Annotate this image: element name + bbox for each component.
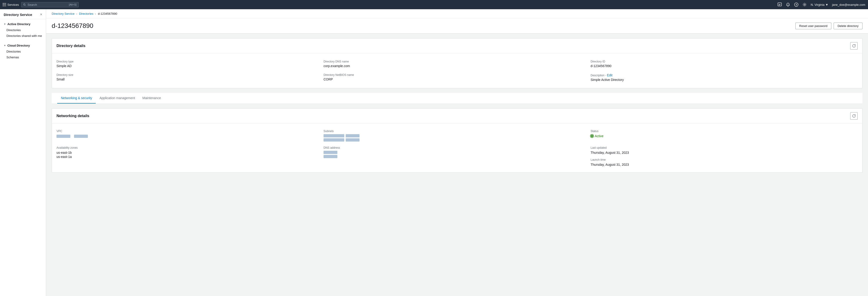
networking-details-card-header: Networking details: [52, 108, 862, 124]
grid-icon: [3, 3, 6, 6]
search-shortcut: [Alt+S]: [69, 3, 76, 6]
search-icon: [23, 3, 26, 6]
tab-networking[interactable]: Networking & security: [57, 93, 96, 103]
detail-type-label: Directory type: [57, 60, 319, 63]
services-label: Services: [7, 3, 19, 6]
sidebar-item-ad-shared-directories[interactable]: Directories shared with me: [0, 33, 46, 39]
net-vpc-label: VPC: [57, 130, 319, 133]
page-title: d-1234567890: [52, 22, 93, 30]
description-edit-link[interactable]: Edit: [607, 73, 613, 77]
detail-netbios-label: Directory NetBIOS name: [323, 73, 586, 76]
refresh-icon: [852, 44, 856, 47]
net-dns-address-label: DNS address: [323, 146, 586, 150]
header-actions: Reset user password Delete directory: [795, 23, 863, 29]
net-last-updated: Last updated Thursday, August 31, 2023: [591, 146, 858, 155]
subnet-1-redacted: [323, 134, 344, 137]
net-vpc-section: VPC: [57, 127, 323, 144]
directory-details-refresh-button[interactable]: [850, 42, 858, 50]
tab-maintenance[interactable]: Maintenance: [139, 93, 165, 103]
sidebar-header: Directory Service ×: [0, 9, 46, 19]
detail-description-value: Simple Active Directory: [591, 78, 853, 81]
directory-details-card-header: Directory details: [52, 38, 862, 54]
svg-point-7: [804, 4, 805, 5]
sidebar-section-cloud-directory: ▼ Cloud Directory Directories Schemas: [0, 40, 46, 62]
net-last-updated-label: Last updated: [591, 146, 858, 150]
detail-dns-label: Directory DNS name: [323, 60, 586, 63]
sidebar-item-cd-schemas[interactable]: Schemas: [0, 55, 46, 60]
net-launch-time-value: Thursday, August 31, 2023: [591, 163, 858, 166]
breadcrumb-separator-2: ›: [95, 12, 96, 15]
page-header: d-1234567890 Reset user password Delete …: [46, 19, 868, 33]
detail-netbios: Directory NetBIOS name CORP: [323, 70, 591, 85]
sidebar-section-active-directory: ▼ Active Directory Directories Directori…: [0, 19, 46, 40]
net-az-label: Availability zones: [57, 146, 319, 150]
settings-icon[interactable]: [802, 2, 807, 7]
svg-text:?: ?: [796, 3, 797, 6]
net-status-label: Status: [591, 130, 858, 133]
delete-directory-button[interactable]: Delete directory: [834, 23, 863, 29]
net-subnets-value: [323, 134, 586, 141]
net-vpc-value: [57, 134, 319, 138]
directory-details-title: Directory details: [57, 44, 85, 48]
net-dns-address-value: [323, 151, 586, 158]
networking-details-title: Networking details: [57, 114, 89, 118]
subnet-1b-redacted: [346, 134, 360, 137]
networking-details-refresh-button[interactable]: [850, 112, 858, 120]
networking-details-grid: VPC Subnets: [52, 124, 862, 172]
content-area: Directory details Directory type Simple …: [46, 34, 868, 182]
svg-line-1: [25, 5, 26, 6]
help-icon[interactable]: ?: [794, 2, 799, 7]
section-label-active-directory: Active Directory: [7, 22, 30, 26]
net-last-updated-value: Thursday, August 31, 2023: [591, 151, 858, 155]
top-navigation: Services [Alt+S] ? N. Virginia ▼ jane_do…: [0, 0, 868, 9]
sidebar-title: Directory Service: [4, 13, 32, 17]
detail-type: Directory type Simple AD: [57, 57, 323, 70]
sidebar-item-cd-directories[interactable]: Directories: [0, 48, 46, 55]
breadcrumb: Directory Service › Directories › d-1234…: [46, 9, 868, 19]
net-az-section: Availability zones us-east-1b us-east-1a: [57, 144, 323, 169]
detail-description: Description - Edit Simple Active Directo…: [591, 70, 858, 85]
detail-type-value: Simple AD: [57, 64, 319, 68]
detail-dns: Directory DNS name corp.example.com: [323, 57, 591, 70]
subnet-2b-redacted: [346, 138, 360, 141]
bell-icon[interactable]: [786, 2, 790, 7]
detail-netbios-value: CORP: [323, 77, 586, 81]
sidebar-section-header-active-directory[interactable]: ▼ Active Directory: [0, 21, 46, 27]
search-input[interactable]: [27, 3, 67, 6]
services-button[interactable]: Services: [3, 3, 19, 6]
sidebar-close-button[interactable]: ×: [40, 12, 42, 17]
search-bar[interactable]: [Alt+S]: [21, 2, 79, 7]
dns-addr-2-redacted: [323, 155, 337, 158]
tab-app-management[interactable]: Application management: [96, 93, 138, 103]
breadcrumb-link-directories[interactable]: Directories: [79, 12, 93, 15]
detail-size-value: Small: [57, 77, 319, 81]
refresh-icon-2: [852, 114, 856, 118]
breadcrumb-current: d-1234567890: [98, 12, 117, 15]
region-selector[interactable]: N. Virginia ▼: [811, 3, 828, 6]
vpc-id-redacted-1: [57, 135, 70, 138]
subnet-2-redacted: [323, 138, 344, 141]
status-active-icon: [591, 135, 593, 137]
vpc-id-redacted-2: [74, 135, 88, 138]
net-az-values: us-east-1b us-east-1a: [57, 151, 319, 159]
section-label-cloud-directory: Cloud Directory: [7, 44, 30, 47]
reset-password-button[interactable]: Reset user password: [795, 23, 831, 29]
net-subnets-label: Subnets: [323, 130, 586, 133]
net-subnets-section: Subnets: [323, 127, 591, 144]
net-status-section: Status Active: [591, 127, 858, 144]
directory-details-card: Directory details Directory type Simple …: [52, 38, 863, 88]
detail-dns-value: corp.example.com: [323, 64, 586, 68]
sidebar-item-ad-directories[interactable]: Directories: [0, 27, 46, 33]
sidebar-section-header-cloud-directory[interactable]: ▼ Cloud Directory: [0, 42, 46, 48]
tabs-bar: Networking & security Application manage…: [52, 93, 863, 104]
chevron-down-icon: ▼: [4, 23, 6, 25]
main-content: Directory Service › Directories › d-1234…: [46, 9, 868, 296]
networking-details-card: Networking details VPC: [52, 108, 863, 173]
breadcrumb-link-service[interactable]: Directory Service: [52, 12, 74, 15]
breadcrumb-separator-1: ›: [76, 12, 77, 15]
net-status-value: Active: [591, 134, 858, 138]
user-email[interactable]: jane_doe@example.com: [832, 3, 865, 6]
net-launch-time: Launch time Thursday, August 31, 2023: [591, 158, 858, 166]
net-times-section: Last updated Thursday, August 31, 2023 L…: [591, 144, 858, 169]
notifications-icon[interactable]: [777, 2, 782, 7]
